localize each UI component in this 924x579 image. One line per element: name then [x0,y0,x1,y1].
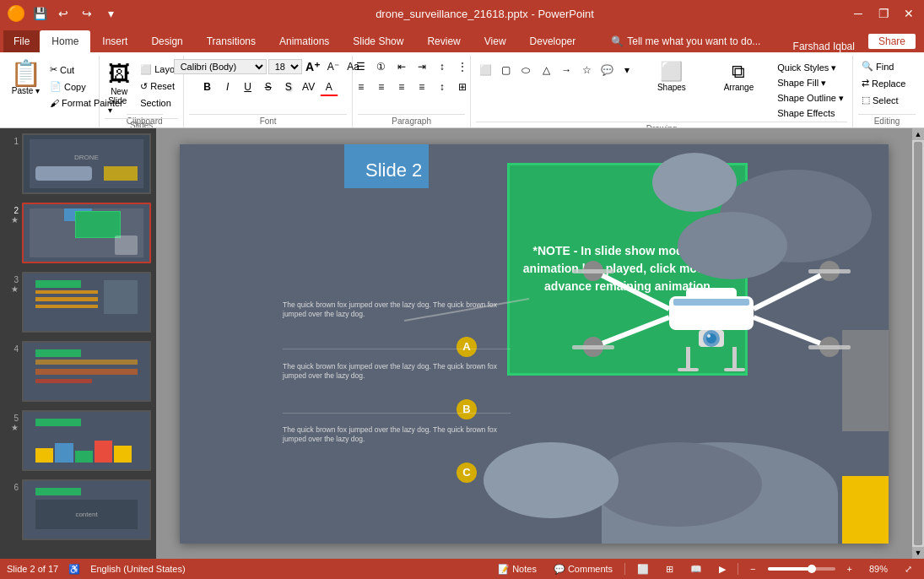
share-button[interactable]: Share [868,34,916,49]
arrange-button[interactable]: ⧉ Arrange [707,59,771,94]
svg-rect-11 [808,269,851,273]
comments-button[interactable]: 💬 Comments [548,562,618,576]
shapes-button[interactable]: ⬜ Shapes [640,59,704,94]
shape-rect[interactable]: ⬜ [476,61,494,79]
drone-image [568,229,855,448]
scroll-down-button[interactable]: ▼ [912,547,924,559]
language[interactable]: English (United States) [90,564,186,574]
tab-transitions[interactable]: Transitions [195,30,267,52]
justify[interactable]: ≡ [413,78,431,96]
shape-outline-button[interactable]: Shape Outline ▾ [774,91,847,106]
shape-callout[interactable]: 💬 [597,61,616,79]
increase-indent[interactable]: ⇥ [413,57,431,76]
slide-image-6[interactable]: content [22,479,151,540]
ribbon: File Home Insert Design Transitions Anim… [0,27,924,128]
slide-thumb-1[interactable]: 1 DRONE [3,132,153,196]
slide-image-1[interactable]: DRONE [22,133,151,194]
tell-me-text: Tell me what you want to do... [627,35,760,47]
text-direction[interactable]: ↕ [433,57,451,76]
zoom-level[interactable]: 89% [864,562,893,576]
qat-save[interactable]: 💾 [30,4,49,23]
zoom-slider[interactable] [768,567,835,571]
tab-slideshow[interactable]: Slide Show [341,30,415,52]
tell-me-input[interactable]: 🔍 Tell me what you want to do... [604,30,767,52]
slide-image-5[interactable] [22,410,151,471]
shape-oval[interactable]: ⬭ [516,61,535,79]
align-center[interactable]: ≡ [372,78,391,96]
scroll-thumb[interactable] [914,142,922,545]
font-size-select[interactable]: 18 [268,59,302,74]
slide-image-3[interactable] [22,272,151,333]
tab-insert[interactable]: Insert [90,30,139,52]
fit-slide[interactable]: ⤢ [900,562,917,576]
select-button[interactable]: ⬚Select [858,93,902,107]
qat-redo[interactable]: ↪ [78,4,96,23]
svg-rect-10 [572,269,614,273]
font-family-select[interactable]: Calibri (Body) [174,59,267,74]
restore-button[interactable]: ❐ [875,5,892,22]
numbering-button[interactable]: ① [372,57,391,76]
bold-button[interactable]: B [198,78,217,96]
shape-effects-button[interactable]: Shape Effects [774,106,847,120]
tab-developer[interactable]: Developer [518,30,588,52]
view-sorter[interactable]: ⊞ [661,562,678,576]
tab-design[interactable]: Design [139,30,194,52]
italic-button[interactable]: I [219,78,237,96]
view-slideshow[interactable]: ▶ [714,562,731,576]
shape-rounded[interactable]: ▢ [496,61,515,79]
slide-thumb-6[interactable]: 6 content [3,478,153,542]
quick-styles-button[interactable]: Quick Styles ▾ [774,61,847,75]
line-spacing[interactable]: ↕ [433,78,451,96]
qat-undo[interactable]: ↩ [54,4,73,23]
underline-button[interactable]: U [239,78,257,96]
columns-button[interactable]: ⋮ [453,57,472,76]
slide-thumb-3[interactable]: 3 ★ [3,270,153,334]
slide-thumb-2[interactable]: 2 ★ [3,201,153,265]
scroll-up-button[interactable]: ▲ [912,128,924,140]
zoom-out[interactable]: − [745,562,760,576]
slide-image-4[interactable] [22,341,151,402]
tab-view[interactable]: View [473,30,518,52]
shape-triangle[interactable]: △ [537,61,555,79]
shapes-more[interactable]: ▾ [618,61,636,79]
strikethrough-button[interactable]: S [259,78,278,96]
slide-thumb-5[interactable]: 5 ★ [3,409,153,473]
increase-font-size[interactable]: A⁺ [304,57,322,76]
view-normal[interactable]: ⬜ [632,562,654,576]
align-left[interactable]: ≡ [352,78,370,96]
tab-review[interactable]: Review [415,30,472,52]
new-slide-button[interactable]: 🖼 New Slide ▾ [105,59,133,116]
qat-customize[interactable]: ▾ [101,4,120,23]
tab-file[interactable]: File [3,30,40,52]
tab-animations[interactable]: Animations [267,30,341,52]
tab-home[interactable]: Home [40,30,90,52]
accessibility-icon[interactable]: ♿ [68,564,80,575]
zoom-in[interactable]: + [842,562,857,576]
align-right[interactable]: ≡ [392,78,411,96]
user-account[interactable]: Farshad Iqbal [785,41,863,52]
group-drawing: ⬜ ▢ ⬭ △ → ☆ 💬 ▾ ⬜ Shapes [471,56,853,127]
slide-canvas[interactable]: Slide 2 *NOTE - In slide show mode, afte… [180,144,889,544]
notes-button[interactable]: 📝 Notes [493,562,542,576]
shape-star[interactable]: ☆ [577,61,596,79]
slide-thumb-4[interactable]: 4 [3,339,153,403]
decrease-font-size[interactable]: A⁻ [324,57,343,76]
view-reading[interactable]: 📖 [685,562,707,576]
close-button[interactable]: ✕ [900,5,917,22]
bullets-button[interactable]: ☰ [352,57,370,76]
minimize-button[interactable]: ─ [850,5,867,22]
font-color-button[interactable]: A [320,78,338,96]
shadow-button[interactable]: S [279,78,298,96]
char-spacing-button[interactable]: AV [300,78,318,96]
vertical-scrollbar[interactable]: ▲ ▼ [912,128,924,559]
decrease-indent[interactable]: ⇤ [392,57,411,76]
replace-button[interactable]: ⇄Replace [858,76,909,90]
find-button[interactable]: 🔍Find [858,59,897,73]
shape-fill-button[interactable]: Shape Fill ▾ [774,76,847,90]
smart-art[interactable]: ⊞ [453,78,472,96]
paste-button[interactable]: 📋 Paste ▾ [7,59,45,97]
bullet-c: C [457,463,477,483]
slide-image-2[interactable] [22,203,151,263]
status-bar: Slide 2 of 17 ♿ English (United States) … [0,559,924,579]
shape-arrow[interactable]: → [557,61,575,79]
